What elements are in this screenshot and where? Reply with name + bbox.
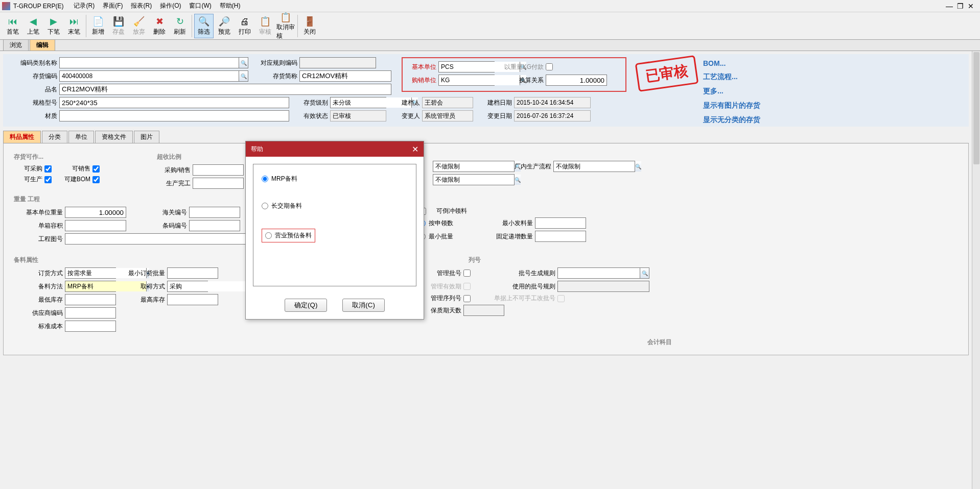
code-class-lookup[interactable]: 🔍 xyxy=(59,57,248,68)
menu-operation[interactable]: 操作(O) xyxy=(156,1,185,11)
min-issue-input[interactable] xyxy=(535,217,586,229)
menu-record[interactable]: 记录(R) xyxy=(69,1,99,11)
min-order-input[interactable] xyxy=(167,267,218,279)
pay-by-kg-label: 以重量KG付款 xyxy=(495,63,546,71)
customs-input[interactable] xyxy=(189,207,240,218)
right-links: BOM... 工艺流程... 更多... 显示有图片的存货 显示无分类的存货 xyxy=(703,59,760,125)
box-cap-input[interactable] xyxy=(65,220,126,231)
manage-batch-checkbox[interactable] xyxy=(463,270,471,277)
create-date-label: 建档日期 xyxy=(473,99,514,107)
restore-icon[interactable]: ❐ xyxy=(957,2,964,10)
menu-report[interactable]: 报表(R) xyxy=(127,1,156,11)
can-produce-checkbox[interactable] xyxy=(44,176,52,183)
obtain-lookup[interactable]: ▾ xyxy=(167,281,208,292)
link-no-class[interactable]: 显示无分类的存货 xyxy=(703,115,760,125)
tool-prev[interactable]: ◀上笔 xyxy=(24,14,43,38)
can-purchase-checkbox[interactable] xyxy=(44,165,52,173)
tool-add[interactable]: 📄新增 xyxy=(88,14,108,38)
sales-unit-lookup[interactable]: 🔍 xyxy=(438,75,495,86)
detail-panel: 存货可作... 可采购 可销售 可生产 可建BOM 超收比例 采购/销售 生产完… xyxy=(3,143,969,355)
creator-label: 建档人 xyxy=(386,99,422,107)
tool-first[interactable]: ⏮首笔 xyxy=(3,14,22,38)
code-class-label: 编码类别名称 xyxy=(8,59,59,67)
tool-last[interactable]: ⏭末笔 xyxy=(64,14,84,38)
lookup-icon[interactable]: 🔍 xyxy=(640,268,649,278)
valid-status-label: 有效状态 xyxy=(289,112,330,120)
sub-tab-attr[interactable]: 料品属性 xyxy=(3,131,41,143)
material-input[interactable] xyxy=(59,110,289,121)
tool-refresh[interactable]: ↻刷新 xyxy=(170,14,190,38)
dialog-radio-sales[interactable] xyxy=(265,232,272,239)
tool-save[interactable]: 💾存盘 xyxy=(109,14,128,38)
manage-serial-checkbox[interactable] xyxy=(463,295,471,302)
stock-short-input[interactable] xyxy=(299,70,391,82)
base-unit-lookup[interactable]: 🔍 xyxy=(438,61,495,72)
lookup-icon[interactable]: 🔍 xyxy=(514,175,521,185)
tab-browse[interactable]: 浏览 xyxy=(3,39,29,51)
name-input[interactable] xyxy=(59,84,391,95)
link-bom[interactable]: BOM... xyxy=(703,59,760,67)
pay-by-kg-checkbox[interactable] xyxy=(546,63,553,70)
can-sell-checkbox[interactable] xyxy=(92,165,100,173)
vertical-scrollbar[interactable] xyxy=(972,51,980,489)
lookup-icon[interactable]: 🔍 xyxy=(239,71,248,81)
dialog-cancel-button[interactable]: 取消(C) xyxy=(342,299,385,312)
can-bom-checkbox[interactable] xyxy=(92,176,100,183)
menu-window[interactable]: 窗口(W) xyxy=(185,1,215,11)
min-stock-input[interactable] xyxy=(65,294,116,305)
tool-next[interactable]: ▶下笔 xyxy=(44,14,63,38)
lookup-icon[interactable]: 🔍 xyxy=(635,161,641,172)
ratio-input[interactable] xyxy=(546,75,607,86)
tool-unapprove[interactable]: 📋取消审核 xyxy=(276,14,295,38)
max-stock-input[interactable] xyxy=(167,294,218,305)
spec-label: 规格型号 xyxy=(8,99,59,107)
link-process[interactable]: 工艺流程... xyxy=(703,72,760,82)
sub-tab-class[interactable]: 分类 xyxy=(42,131,67,143)
dialog-radio-mrp[interactable] xyxy=(262,176,268,182)
material-label: 材质 xyxy=(8,112,59,120)
minimize-icon[interactable]: — xyxy=(946,2,953,10)
tab-edit[interactable]: 编辑 xyxy=(30,39,55,51)
sub-tab-unit[interactable]: 单位 xyxy=(68,131,94,143)
fixed-inc-input[interactable] xyxy=(535,231,586,242)
modify-date-value: 2016-07-26 16:37:24 xyxy=(514,110,591,121)
tool-print[interactable]: 🖨打印 xyxy=(235,14,254,38)
tool-preview[interactable]: 🔎预览 xyxy=(215,14,234,38)
link-with-image[interactable]: 显示有图片的存货 xyxy=(703,101,760,110)
app-icon xyxy=(2,2,10,10)
dialog-radio-long[interactable] xyxy=(262,203,268,209)
purchase-sale-input[interactable] xyxy=(193,164,244,176)
lookup-icon[interactable]: 🔍 xyxy=(239,58,248,68)
sub-tab-docs[interactable]: 资格文件 xyxy=(95,131,133,143)
dialog-titlebar[interactable]: 帮助 ✕ xyxy=(246,141,424,157)
menu-help[interactable]: 帮助(H) xyxy=(216,1,245,11)
tool-approve[interactable]: 📋审核 xyxy=(255,14,275,38)
std-cost-input[interactable] xyxy=(65,321,116,332)
dialog-close-icon[interactable]: ✕ xyxy=(412,144,418,154)
close-window-icon[interactable]: ✕ xyxy=(968,2,974,10)
stock-method-lookup[interactable]: ▾ xyxy=(65,281,116,292)
tool-abandon[interactable]: 🧹放弃 xyxy=(129,14,149,38)
spec-input[interactable] xyxy=(59,97,289,108)
barcode-input[interactable] xyxy=(189,220,240,231)
dialog-ok-button[interactable]: 确定(Q) xyxy=(285,299,327,312)
base-unit-label: 基本单位 xyxy=(408,63,438,71)
header-form: 编码类别名称 🔍 对应规则编码 存货编码 🔍 存货简称 品名 规格型号 xyxy=(3,54,969,127)
link-more[interactable]: 更多... xyxy=(703,87,760,96)
produce-done-input[interactable] xyxy=(193,178,244,189)
grade-lookup[interactable]: 🔍 xyxy=(330,97,386,108)
tool-delete[interactable]: ✖删除 xyxy=(150,14,169,38)
menu-interface[interactable]: 界面(F) xyxy=(99,1,127,11)
base-weight-input[interactable] xyxy=(65,207,126,218)
tool-close[interactable]: 🚪关闭 xyxy=(300,14,319,38)
batch-rule-lookup[interactable]: 🔍 xyxy=(557,267,649,279)
supplier-input[interactable] xyxy=(65,307,116,319)
limit2-lookup[interactable]: 🔍 xyxy=(433,174,515,185)
sub-tab-image[interactable]: 图片 xyxy=(134,131,159,143)
limit1-lookup[interactable]: 🔍 xyxy=(433,161,515,172)
order-method-lookup[interactable]: ▾ xyxy=(65,267,116,279)
factory-flow-lookup[interactable]: 🔍 xyxy=(553,161,635,172)
stock-code-lookup[interactable]: 🔍 xyxy=(59,70,248,82)
tool-filter[interactable]: 🔍筛选 xyxy=(194,14,214,38)
account-title: 会计科目 xyxy=(361,338,958,347)
